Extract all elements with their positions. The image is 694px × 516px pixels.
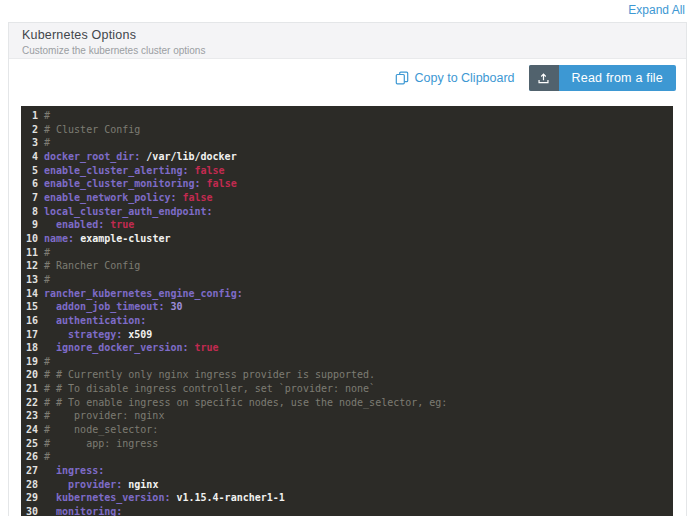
- line-number: 9: [21, 218, 44, 232]
- line-content: rancher_kubernetes_engine_config:: [44, 287, 243, 301]
- line-content: name: example-cluster: [44, 232, 170, 246]
- line-number: 15: [21, 300, 44, 314]
- editor-line: 8local_cluster_auth_endpoint:: [21, 205, 673, 219]
- editor-line: 30 monitoring:: [21, 505, 673, 516]
- editor-line: 5enable_cluster_alerting: false: [21, 164, 673, 178]
- editor-line: 2# Cluster Config: [21, 123, 673, 137]
- yaml-editor[interactable]: 1#2# Cluster Config3#4docker_root_dir: /…: [21, 106, 673, 516]
- line-content: # # Currently only nginx ingress provide…: [44, 368, 375, 382]
- editor-line: 26#: [21, 450, 673, 464]
- editor-line: 6enable_cluster_monitoring: false: [21, 177, 673, 191]
- section-title: Kubernetes Options: [22, 28, 673, 42]
- copy-to-clipboard-button[interactable]: Copy to Clipboard: [395, 71, 515, 85]
- editor-line: 16 authentication:: [21, 314, 673, 328]
- line-number: 13: [21, 273, 44, 287]
- line-content: #: [44, 109, 50, 123]
- copy-to-clipboard-label: Copy to Clipboard: [415, 71, 515, 85]
- line-number: 25: [21, 437, 44, 451]
- line-content: docker_root_dir: /var/lib/docker: [44, 150, 237, 164]
- line-number: 2: [21, 123, 44, 137]
- line-number: 29: [21, 491, 44, 505]
- editor-line: 28 provider: nginx: [21, 478, 673, 492]
- line-content: # Rancher Config: [44, 259, 140, 273]
- copy-icon: [395, 71, 409, 85]
- expand-all-link[interactable]: Expand All: [628, 3, 685, 17]
- line-number: 19: [21, 355, 44, 369]
- line-content: addon_job_timeout: 30: [44, 300, 182, 314]
- yaml-editor-lines: 1#2# Cluster Config3#4docker_root_dir: /…: [21, 109, 673, 516]
- editor-line: 10name: example-cluster: [21, 232, 673, 246]
- line-content: monitoring:: [44, 505, 122, 516]
- editor-line: 15 addon_job_timeout: 30: [21, 300, 673, 314]
- line-number: 20: [21, 368, 44, 382]
- kubernetes-options-panel: Kubernetes Options Customize the kuberne…: [8, 22, 687, 516]
- section-subtitle: Customize the kubernetes cluster options: [22, 45, 673, 56]
- editor-line: 13#: [21, 273, 673, 287]
- line-number: 1: [21, 109, 44, 123]
- line-content: kubernetes_version: v1.15.4-rancher1-1: [44, 491, 285, 505]
- line-content: local_cluster_auth_endpoint:: [44, 205, 213, 219]
- line-number: 14: [21, 287, 44, 301]
- line-number: 3: [21, 136, 44, 150]
- editor-line: 21# # To disable ingress controller, set…: [21, 382, 673, 396]
- line-number: 27: [21, 464, 44, 478]
- line-number: 7: [21, 191, 44, 205]
- line-number: 6: [21, 177, 44, 191]
- editor-line: 25# app: ingress: [21, 437, 673, 451]
- line-content: #: [44, 273, 50, 287]
- line-content: ignore_docker_version: true: [44, 341, 219, 355]
- line-content: provider: nginx: [44, 478, 158, 492]
- read-from-file-label: Read from a file: [559, 65, 676, 91]
- editor-line: 11#: [21, 246, 673, 260]
- read-from-file-button[interactable]: Read from a file: [529, 65, 676, 91]
- editor-line: 17 strategy: x509: [21, 328, 673, 342]
- line-content: enable_cluster_alerting: false: [44, 164, 225, 178]
- editor-line: 20# # Currently only nginx ingress provi…: [21, 368, 673, 382]
- editor-toolbar: Copy to Clipboard Read from a file: [395, 65, 677, 91]
- line-content: #: [44, 450, 50, 464]
- line-number: 17: [21, 328, 44, 342]
- editor-line: 9 enabled: true: [21, 218, 673, 232]
- line-number: 30: [21, 505, 44, 516]
- editor-line: 27 ingress:: [21, 464, 673, 478]
- editor-line: 3#: [21, 136, 673, 150]
- line-content: # # To enable ingress on specific nodes,…: [44, 396, 447, 410]
- line-content: # Cluster Config: [44, 123, 140, 137]
- line-number: 18: [21, 341, 44, 355]
- line-number: 23: [21, 409, 44, 423]
- line-number: 11: [21, 246, 44, 260]
- line-content: #: [44, 136, 50, 150]
- editor-line: 29 kubernetes_version: v1.15.4-rancher1-…: [21, 491, 673, 505]
- line-content: # app: ingress: [44, 437, 158, 451]
- line-number: 22: [21, 396, 44, 410]
- line-number: 10: [21, 232, 44, 246]
- line-content: #: [44, 355, 50, 369]
- line-content: authentication:: [44, 314, 146, 328]
- line-content: ingress:: [44, 464, 104, 478]
- editor-line: 22# # To enable ingress on specific node…: [21, 396, 673, 410]
- line-number: 12: [21, 259, 44, 273]
- line-number: 24: [21, 423, 44, 437]
- line-number: 4: [21, 150, 44, 164]
- editor-line: 19#: [21, 355, 673, 369]
- editor-line: 24# node_selector:: [21, 423, 673, 437]
- line-content: enabled: true: [44, 218, 134, 232]
- line-number: 21: [21, 382, 44, 396]
- editor-line: 23# provider: nginx: [21, 409, 673, 423]
- editor-line: 7enable_network_policy: false: [21, 191, 673, 205]
- upload-icon: [529, 65, 559, 91]
- line-content: # provider: nginx: [44, 409, 164, 423]
- line-number: 5: [21, 164, 44, 178]
- editor-line: 1#: [21, 109, 673, 123]
- line-number: 8: [21, 205, 44, 219]
- line-content: enable_network_policy: false: [44, 191, 213, 205]
- editor-line: 4docker_root_dir: /var/lib/docker: [21, 150, 673, 164]
- line-content: strategy: x509: [44, 328, 152, 342]
- editor-line: 12# Rancher Config: [21, 259, 673, 273]
- section-header: Kubernetes Options Customize the kuberne…: [9, 23, 686, 59]
- line-content: #: [44, 246, 50, 260]
- line-content: # node_selector:: [44, 423, 158, 437]
- line-content: # # To disable ingress controller, set `…: [44, 382, 375, 396]
- line-content: enable_cluster_monitoring: false: [44, 177, 237, 191]
- editor-line: 14rancher_kubernetes_engine_config:: [21, 287, 673, 301]
